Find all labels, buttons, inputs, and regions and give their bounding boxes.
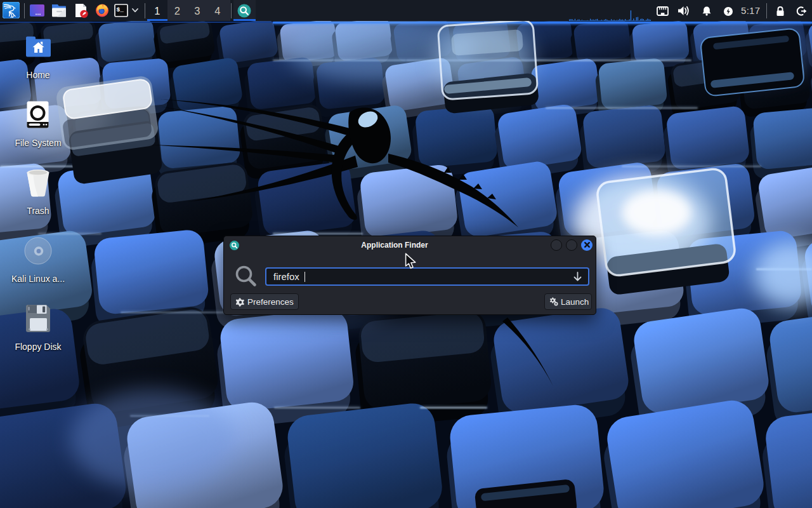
svg-text:$_: $_	[117, 6, 124, 13]
